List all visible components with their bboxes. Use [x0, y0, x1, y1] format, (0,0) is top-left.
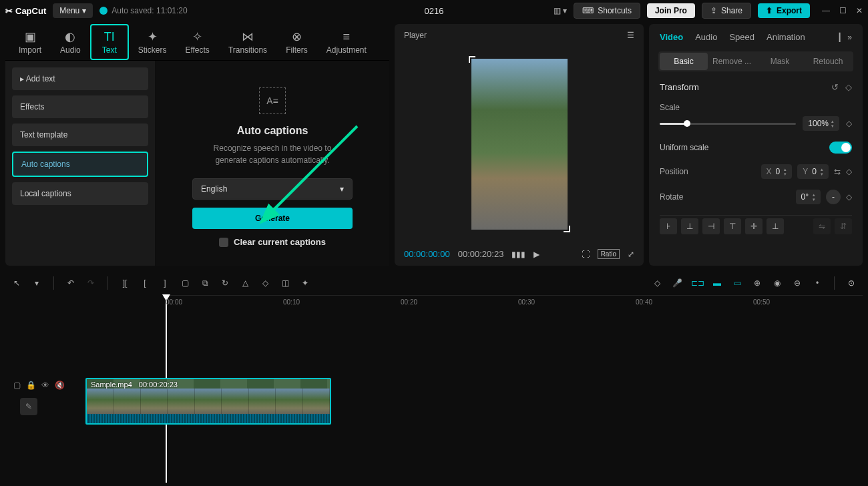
align-left-icon[interactable]: ⊦ — [660, 218, 677, 234]
tab-animation[interactable]: Animation — [767, 32, 805, 42]
scale-slider[interactable] — [660, 123, 796, 125]
tab-audio[interactable]: ◐Audio — [51, 24, 90, 60]
align-vcenter-icon[interactable]: ✛ — [745, 218, 763, 234]
join-pro-button[interactable]: Join Pro — [647, 3, 695, 18]
uniform-toggle[interactable] — [829, 142, 852, 154]
tab-video[interactable]: Video — [660, 32, 683, 42]
player-menu-icon[interactable]: ☰ — [627, 31, 634, 40]
edit-track-icon[interactable]: ✎ — [20, 398, 37, 415]
sidebar-add-text[interactable]: ▸ Add text — [12, 67, 148, 90]
subtab-retouch[interactable]: Retouch — [804, 53, 852, 70]
timeline-ruler[interactable]: 00:00 00:10 00:20 00:30 00:40 00:50 01:0… — [166, 295, 863, 311]
reverse-icon[interactable]: ↻ — [219, 278, 231, 288]
sidebar-text-template[interactable]: Text template — [12, 124, 148, 146]
redo-icon[interactable]: ↷ — [85, 278, 97, 288]
eye-icon[interactable]: 👁 — [41, 381, 49, 390]
stepper-icon[interactable]: ▴▾ — [831, 119, 834, 128]
crop-icon[interactable]: ◫ — [279, 278, 291, 288]
scale-group: Scale 100%▴▾ ◇ — [660, 103, 852, 131]
lock-icon[interactable]: 🔒 — [26, 381, 36, 390]
align-right-icon[interactable]: ⊣ — [702, 218, 720, 234]
trim-right-icon[interactable]: ] — [159, 278, 171, 288]
align-hcenter-icon[interactable]: ⊥ — [681, 218, 698, 234]
language-dropdown[interactable]: English▾ — [192, 178, 353, 200]
maximize-button[interactable]: ☐ — [839, 6, 847, 15]
sidebar-effects[interactable]: Effects — [12, 95, 148, 118]
video-clip[interactable]: Sample.mp400:00:20:23 — [85, 378, 331, 425]
track-area[interactable]: Sample.mp400:00:20:23 — [85, 311, 863, 485]
close-button[interactable]: ✕ — [856, 6, 863, 15]
rotate-icon[interactable]: ◇ — [259, 278, 271, 288]
focus-icon[interactable]: ⛶ — [582, 250, 590, 259]
blend-input[interactable]: - — [826, 190, 841, 204]
sidebar-local-captions[interactable]: Local captions — [12, 182, 148, 205]
zoom-out-icon[interactable]: ⊖ — [791, 278, 803, 288]
clear-checkbox[interactable] — [219, 238, 228, 247]
link-icon[interactable]: ⇆ — [834, 167, 841, 176]
mic-icon[interactable]: 🎤 — [671, 278, 683, 288]
subtab-remove[interactable]: Remove ... — [708, 53, 756, 70]
trim-left-icon[interactable]: [ — [139, 278, 151, 288]
magnet-icon[interactable]: ◇ — [651, 278, 663, 288]
chevron-down-icon[interactable]: ▾ — [31, 278, 43, 288]
menu-button[interactable]: Menu▾ — [53, 3, 93, 18]
zoom-slider[interactable]: • — [811, 278, 823, 288]
mute-icon[interactable]: 🔇 — [55, 381, 65, 390]
keyframe-icon[interactable]: ◇ — [846, 192, 852, 202]
link-track-icon[interactable]: ▬ — [711, 278, 723, 288]
share-button[interactable]: ⇪Share — [702, 3, 751, 19]
keyframe-icon[interactable]: ◇ — [846, 167, 852, 176]
x-input[interactable]: X0▴▾ — [761, 164, 793, 179]
scale-value[interactable]: 100%▴▾ — [803, 116, 839, 131]
tab-import[interactable]: ▣Import — [9, 24, 51, 60]
generate-button[interactable]: Generate — [192, 208, 353, 229]
ratio-button[interactable]: Ratio — [598, 249, 620, 259]
record-icon[interactable]: ◉ — [771, 278, 783, 288]
export-button[interactable]: ⬆Export — [758, 3, 810, 18]
subtab-mask[interactable]: Mask — [756, 53, 804, 70]
mirror-icon[interactable]: △ — [239, 278, 251, 288]
layout-icon[interactable]: ▥ ▾ — [554, 6, 567, 15]
tab-transitions[interactable]: ⋈Transitions — [219, 24, 276, 60]
flip-h-icon[interactable]: ⇋ — [813, 218, 831, 234]
video-preview[interactable] — [471, 59, 568, 230]
tab-speed[interactable]: Speed — [729, 32, 754, 42]
align-bottom-icon[interactable]: ⊥ — [767, 218, 784, 234]
snap-icon[interactable]: ⊏⊐ — [691, 278, 703, 288]
marker-icon[interactable]: ⊕ — [751, 278, 763, 288]
rotate-input[interactable]: 0°▴▾ — [796, 190, 821, 204]
keyframe-icon[interactable]: ◇ — [845, 82, 852, 92]
import-icon: ▣ — [25, 29, 36, 44]
copy-icon[interactable]: ⧉ — [199, 278, 211, 288]
tab-text[interactable]: TIText — [90, 24, 129, 60]
left-body: ▸ Add text Effects Text template Auto ca… — [5, 61, 389, 266]
preview-icon[interactable]: ▭ — [731, 278, 743, 288]
tab-stickers[interactable]: ✦Stickers — [129, 24, 176, 60]
clear-captions-row[interactable]: Clear current captions — [219, 237, 326, 247]
flip-v-icon[interactable]: ⇵ — [835, 218, 852, 234]
tab-audio-props[interactable]: Audio — [695, 32, 717, 42]
reset-icon[interactable]: ↺ — [831, 82, 839, 92]
bars-icon[interactable]: ▮▮▮ — [511, 250, 525, 259]
align-top-icon[interactable]: ⊤ — [724, 218, 741, 234]
shortcuts-button[interactable]: ⌨Shortcuts — [574, 3, 640, 19]
select-tool-icon[interactable]: ↖ — [11, 278, 23, 288]
keyframe-icon[interactable]: ◇ — [846, 119, 852, 128]
enhance-icon[interactable]: ✦ — [299, 278, 311, 288]
y-input[interactable]: Y0▴▾ — [797, 164, 829, 179]
play-button[interactable]: ▶ — [533, 250, 539, 259]
minimize-button[interactable]: — — [822, 6, 830, 15]
tab-filters[interactable]: ⊗Filters — [276, 24, 317, 60]
more-icon[interactable]: » — [847, 33, 852, 42]
undo-icon[interactable]: ↶ — [65, 278, 77, 288]
split-icon[interactable]: ][ — [119, 278, 131, 288]
subtab-basic[interactable]: Basic — [660, 53, 708, 70]
fit-icon[interactable]: ⊙ — [845, 278, 857, 288]
sidebar-auto-captions[interactable]: Auto captions — [12, 152, 148, 177]
collapse-icon[interactable]: ▢ — [13, 381, 21, 390]
delete-icon[interactable]: ▢ — [179, 278, 191, 288]
tab-effects[interactable]: ✧Effects — [176, 24, 218, 60]
tab-adjustment[interactable]: ≡Adjustment — [317, 24, 376, 60]
preview-area[interactable] — [404, 44, 634, 244]
fullscreen-icon[interactable]: ⤢ — [628, 250, 634, 259]
